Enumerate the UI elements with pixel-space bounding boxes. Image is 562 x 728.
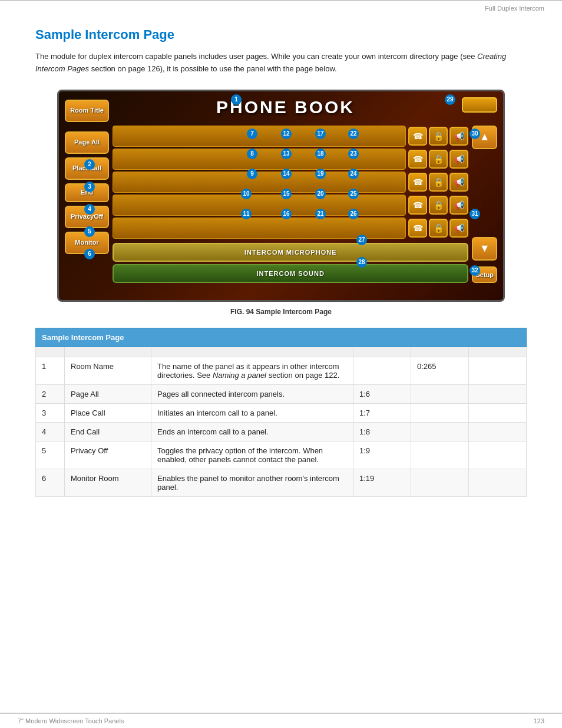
annotation-25: 25 [348, 189, 359, 199]
call-icon-7[interactable]: ☎ [408, 127, 427, 146]
page-all-btn[interactable]: Page All [65, 131, 109, 154]
annotation-31: 31 [470, 209, 480, 219]
sample-intercom-table: Sample Intercom Page 1Room NameThe name … [35, 328, 527, 497]
speaker-icon-20[interactable]: 📢 [449, 196, 468, 215]
lock-icon-16[interactable]: 🔒 [429, 219, 448, 238]
intro-paragraph: The module for duplex intercom capable p… [35, 51, 518, 75]
lock-icon-15[interactable]: 🔒 [429, 196, 448, 215]
speaker-icon-18[interactable]: 📢 [449, 150, 468, 169]
phone-entry-2[interactable] [113, 149, 406, 170]
intercom-mic-btn[interactable]: INTERCOM MICROPHONE [113, 243, 468, 262]
annotation-15: 15 [281, 189, 292, 199]
annotation-11: 11 [241, 209, 252, 219]
annotation-18: 18 [315, 149, 326, 159]
lock-icon-13[interactable]: 🔒 [429, 150, 448, 169]
annotation-4: 4 [84, 204, 95, 215]
table-row: 4End CallEnds an intercom call to a pane… [36, 422, 527, 441]
main-content: Sample Intercom Page The module for dupl… [0, 15, 562, 544]
annotation-28: 28 [356, 257, 367, 268]
call-icon-9[interactable]: ☎ [408, 173, 427, 192]
panel-body: Page All Place Call End Privacy Off Moni… [65, 126, 497, 283]
annotation-24: 24 [348, 169, 359, 179]
annotation-32: 32 [470, 265, 480, 276]
panel-wrapper: 1 2 3 4 5 6 7 8 9 10 11 12 13 14 15 16 1… [57, 90, 505, 302]
phone-entry-4[interactable] [113, 195, 406, 216]
annotation-9: 9 [247, 169, 257, 179]
call-icon-10[interactable]: ☎ [408, 196, 427, 215]
annotation-29: 29 [445, 94, 455, 105]
header-bar: Full Duplex Intercom [0, 0, 562, 15]
annotation-19: 19 [315, 169, 326, 179]
call-icon-8[interactable]: ☎ [408, 150, 427, 169]
lock-icon-14[interactable]: 🔒 [429, 173, 448, 192]
table-row: 1Room NameThe name of the panel as it ap… [36, 357, 527, 384]
phone-entry-3[interactable] [113, 172, 406, 193]
speaker-icon-17[interactable]: 📢 [449, 127, 468, 146]
annotation-8: 8 [247, 149, 257, 159]
footer-right: 123 [534, 717, 544, 724]
annotation-23: 23 [348, 149, 359, 159]
phone-book-title: PHONE BOOK [114, 97, 457, 117]
intercom-sound-btn[interactable]: INTERCOM SOUND [113, 264, 468, 283]
annotation-7: 7 [247, 129, 257, 139]
page-footer: 7" Modero Widescreen Touch Panels 123 [0, 713, 562, 728]
lock-icon-12[interactable]: 🔒 [429, 127, 448, 146]
table-row: 2Page AllPages all connected intercom pa… [36, 384, 527, 403]
annotation-22: 22 [348, 129, 359, 139]
annotation-5: 5 [84, 226, 95, 237]
center-area: ☎ 🔒 📢 ☎ 🔒 📢 [113, 126, 468, 283]
annotation-27: 27 [356, 235, 367, 245]
table-row: 3Place CallInitiates an intercom call to… [36, 403, 527, 422]
annotation-6: 6 [84, 249, 95, 259]
section-title: Sample Intercom Page [35, 27, 527, 42]
table-row: 6Monitor RoomEnables the panel to monito… [36, 469, 527, 496]
annotation-12: 12 [281, 129, 292, 139]
room-title-btn[interactable]: Room Title [65, 100, 109, 122]
annotation-20: 20 [315, 189, 326, 199]
annotation-13: 13 [281, 149, 292, 159]
bottom-controls: INTERCOM MICROPHONE INTERCOM SOUND [113, 243, 468, 283]
speaker-icon-21[interactable]: 📢 [449, 219, 468, 238]
header-title: Full Duplex Intercom [485, 5, 544, 12]
annotation-10: 10 [241, 189, 252, 199]
annotation-30: 30 [470, 129, 480, 139]
table-row: 5Privacy OffToggles the privacy option o… [36, 441, 527, 469]
right-side-panel: ▲ ▼ Setup [472, 126, 497, 283]
down-arrow-btn[interactable]: ▼ [472, 237, 497, 261]
annotation-17: 17 [315, 129, 326, 139]
annotation-2: 2 [84, 159, 95, 170]
footer-left: 7" Modero Widescreen Touch Panels [18, 717, 124, 724]
annotation-21: 21 [315, 209, 326, 219]
table-header-title: Sample Intercom Page [36, 328, 527, 347]
call-icon-11[interactable]: ☎ [408, 219, 427, 238]
annotation-14: 14 [281, 169, 292, 179]
phone-entry-1[interactable] [113, 126, 406, 147]
annotation-3: 3 [84, 182, 95, 192]
speaker-icon-19[interactable]: 📢 [449, 173, 468, 192]
phone-rows: ☎ 🔒 📢 ☎ 🔒 📢 [113, 126, 468, 239]
annotation-26: 26 [348, 209, 359, 219]
fig-caption: FIG. 94 Sample Intercom Page [35, 308, 527, 316]
annotation-1: 1 [231, 94, 242, 105]
phone-row-5: ☎ 🔒 📢 [113, 218, 468, 239]
annotation-16: 16 [281, 209, 292, 219]
